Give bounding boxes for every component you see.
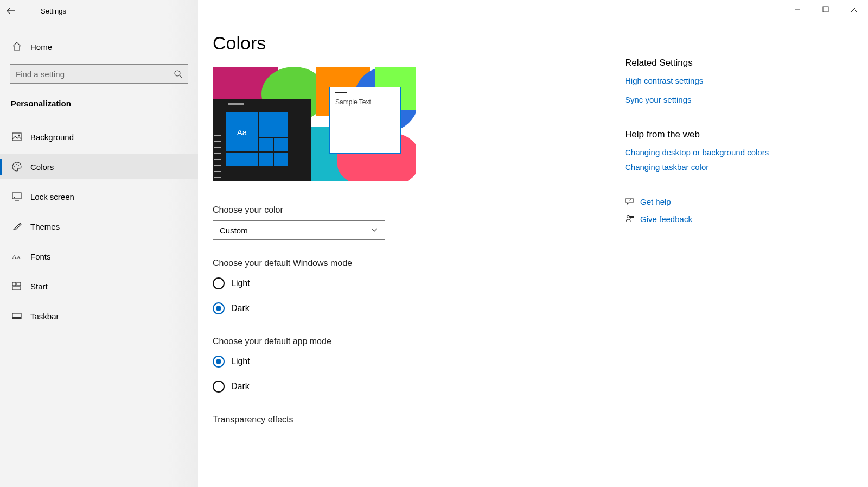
color-mode-select[interactable]: Custom xyxy=(213,220,385,240)
sidebar-item-label: Themes xyxy=(23,222,60,231)
preview-sample-window: Sample Text xyxy=(329,87,401,154)
get-help-link[interactable]: Get help xyxy=(640,197,671,206)
sidebar-item-fonts[interactable]: AA Fonts xyxy=(0,244,198,269)
minimize-button[interactable] xyxy=(783,0,812,18)
preview-tile-aa: Aa xyxy=(226,112,258,151)
svg-rect-11 xyxy=(17,282,21,286)
svg-point-4 xyxy=(16,164,17,165)
give-feedback-link[interactable]: Give feedback xyxy=(640,214,692,224)
home-label: Home xyxy=(23,42,52,52)
radio-label: Dark xyxy=(225,303,250,313)
help-link-desktop-colors[interactable]: Changing desktop or background colors xyxy=(625,148,782,157)
svg-point-2 xyxy=(18,135,20,136)
sidebar-item-lock-screen[interactable]: Lock screen xyxy=(0,184,198,209)
preview-start-menu: Aa xyxy=(213,99,311,181)
minimize-icon xyxy=(794,6,801,12)
feedback-icon xyxy=(625,214,640,224)
color-preview: Sample Text Aa xyxy=(213,67,416,181)
help-link-taskbar-color[interactable]: Changing taskbar color xyxy=(625,162,782,172)
sidebar-item-label: Background xyxy=(23,132,74,142)
back-button[interactable] xyxy=(0,0,22,22)
radio-label: Light xyxy=(225,279,250,288)
maximize-button[interactable] xyxy=(812,0,840,18)
home-button[interactable]: Home xyxy=(0,34,198,60)
sidebar-item-label: Start xyxy=(23,282,48,291)
app-mode-dark-radio[interactable]: Dark xyxy=(213,377,614,396)
help-web-title: Help from the web xyxy=(625,129,782,140)
sync-settings-link[interactable]: Sync your settings xyxy=(625,95,782,104)
svg-rect-7 xyxy=(14,197,15,198)
arrow-left-icon xyxy=(7,7,15,15)
radio-label: Dark xyxy=(225,382,250,391)
svg-text:?: ? xyxy=(629,198,631,202)
sidebar-item-colors[interactable]: Colors xyxy=(0,154,198,179)
radio-label: Light xyxy=(225,357,250,366)
sidebar-item-label: Taskbar xyxy=(23,312,59,321)
windows-mode-label: Choose your default Windows mode xyxy=(213,258,614,268)
nav: Background Colors Lock screen Themes AA … xyxy=(0,124,198,333)
svg-rect-14 xyxy=(12,317,21,319)
svg-point-0 xyxy=(175,71,180,76)
svg-text:A: A xyxy=(12,253,17,261)
sidebar-item-label: Fonts xyxy=(23,252,51,261)
svg-rect-15 xyxy=(823,7,828,12)
windows-mode-dark-radio[interactable]: Dark xyxy=(213,299,614,318)
tiles-icon xyxy=(11,282,23,290)
sidebar-item-start[interactable]: Start xyxy=(0,274,198,299)
window-controls xyxy=(783,0,868,18)
search-box[interactable] xyxy=(10,64,188,84)
search-icon xyxy=(174,69,182,78)
app-mode-label: Choose your default app mode xyxy=(213,337,614,346)
svg-point-17 xyxy=(627,216,630,218)
chat-help-icon: ? xyxy=(625,197,640,206)
paint-icon xyxy=(11,222,23,231)
taskbar-icon xyxy=(11,313,23,319)
choose-color-label: Choose your color xyxy=(213,205,614,215)
app-mode-light-radio[interactable]: Light xyxy=(213,352,614,371)
section-title: Personalization xyxy=(0,84,198,108)
font-icon: AA xyxy=(11,252,23,261)
search-input[interactable] xyxy=(16,69,174,79)
monitor-icon xyxy=(11,192,23,201)
svg-rect-12 xyxy=(12,287,21,290)
svg-text:A: A xyxy=(17,255,21,260)
page-title: Colors xyxy=(213,33,614,54)
sidebar-item-themes[interactable]: Themes xyxy=(0,214,198,239)
windows-mode-light-radio[interactable]: Light xyxy=(213,274,614,293)
maximize-icon xyxy=(822,6,829,12)
sidebar-item-taskbar[interactable]: Taskbar xyxy=(0,303,198,328)
sample-text: Sample Text xyxy=(335,98,395,106)
sidebar: Settings Home Personalization Background… xyxy=(0,0,198,487)
sidebar-item-background[interactable]: Background xyxy=(0,124,198,149)
home-icon xyxy=(11,42,23,52)
high-contrast-link[interactable]: High contrast settings xyxy=(625,76,782,85)
sidebar-item-label: Colors xyxy=(23,162,54,172)
titlebar: Settings xyxy=(0,0,198,22)
main: Colors Sample Text xyxy=(198,0,868,487)
picture-icon xyxy=(11,132,23,141)
close-icon xyxy=(851,6,857,12)
transparency-label: Transparency effects xyxy=(213,415,614,425)
search-wrap xyxy=(0,60,198,84)
related-settings-title: Related Settings xyxy=(625,58,782,68)
svg-point-5 xyxy=(18,165,19,166)
close-button[interactable] xyxy=(840,0,868,18)
sidebar-item-label: Lock screen xyxy=(23,192,74,201)
svg-point-3 xyxy=(14,166,15,167)
chevron-down-icon xyxy=(371,227,378,233)
color-mode-value: Custom xyxy=(220,226,248,235)
svg-rect-1 xyxy=(12,133,21,141)
app-title: Settings xyxy=(22,7,66,15)
svg-rect-10 xyxy=(12,282,16,286)
palette-icon xyxy=(11,162,23,172)
